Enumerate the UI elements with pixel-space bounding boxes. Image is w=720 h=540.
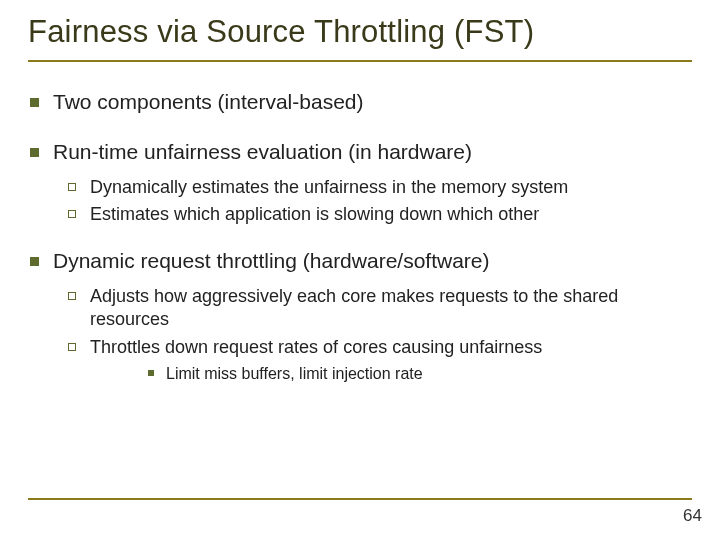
- list-item-text: Dynamic request throttling (hardware/sof…: [53, 249, 490, 273]
- hollow-square-bullet-icon: [68, 210, 76, 218]
- list-item: Dynamic request throttling (hardware/sof…: [28, 249, 692, 273]
- list-item: Two components (interval-based): [28, 90, 692, 114]
- slide-title: Fairness via Source Throttling (FST): [28, 14, 692, 62]
- hollow-square-bullet-icon: [68, 343, 76, 351]
- sublist: Dynamically estimates the unfairness in …: [66, 176, 692, 227]
- list-item: Adjusts how aggressively each core makes…: [66, 285, 692, 332]
- square-bullet-icon: [30, 148, 39, 157]
- list-item: Throttles down request rates of cores ca…: [66, 336, 692, 359]
- sublist: Adjusts how aggressively each core makes…: [66, 285, 692, 385]
- list-item: Limit miss buffers, limit injection rate: [146, 363, 692, 385]
- square-bullet-icon: [148, 370, 154, 376]
- list-item: Estimates which application is slowing d…: [66, 203, 692, 226]
- footer-divider: [28, 498, 692, 500]
- list-item: Dynamically estimates the unfairness in …: [66, 176, 692, 199]
- list-item-text: Estimates which application is slowing d…: [90, 203, 539, 226]
- list-item-text: Two components (interval-based): [53, 90, 363, 114]
- hollow-square-bullet-icon: [68, 292, 76, 300]
- sublist: Limit miss buffers, limit injection rate: [146, 363, 692, 385]
- list-item-text: Adjusts how aggressively each core makes…: [90, 285, 692, 332]
- list-item-text: Throttles down request rates of cores ca…: [90, 336, 542, 359]
- slide: Fairness via Source Throttling (FST) Two…: [0, 0, 720, 540]
- slide-body: Two components (interval-based) Run-time…: [28, 62, 692, 385]
- list-item-text: Run-time unfairness evaluation (in hardw…: [53, 140, 472, 164]
- list-item-text: Dynamically estimates the unfairness in …: [90, 176, 568, 199]
- list-item: Run-time unfairness evaluation (in hardw…: [28, 140, 692, 164]
- hollow-square-bullet-icon: [68, 183, 76, 191]
- square-bullet-icon: [30, 257, 39, 266]
- list-item-text: Limit miss buffers, limit injection rate: [166, 363, 423, 385]
- square-bullet-icon: [30, 98, 39, 107]
- page-number: 64: [683, 506, 702, 526]
